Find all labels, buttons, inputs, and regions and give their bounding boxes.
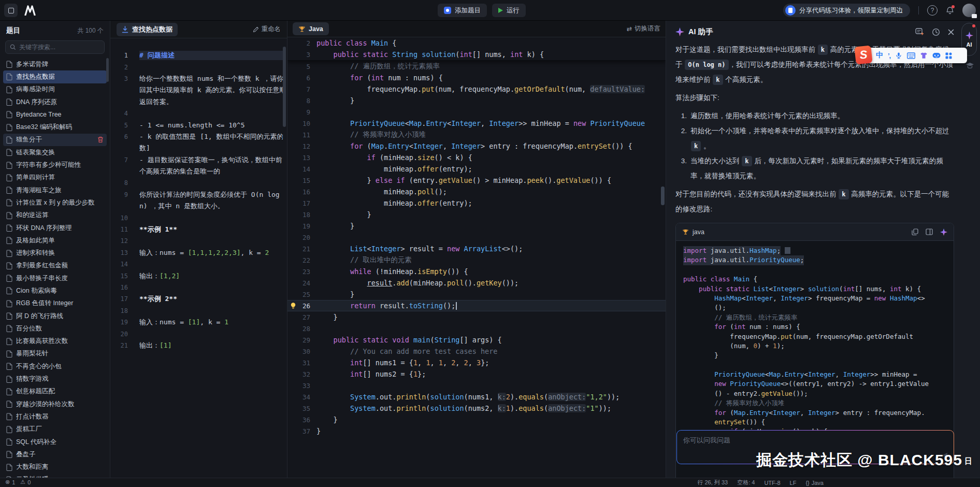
- inline-code-chip: k: [839, 189, 848, 199]
- errors-indicator[interactable]: ⊗1: [5, 479, 15, 485]
- description-line: 14: [110, 259, 287, 270]
- eol[interactable]: LF: [790, 480, 797, 486]
- cursor-position[interactable]: 行 26, 列 33: [697, 479, 728, 486]
- sidebar-scrollbar[interactable]: [106, 58, 109, 82]
- problem-list-item[interactable]: 穿越沙漠的补给次数: [3, 398, 107, 410]
- tab-java[interactable]: Java: [293, 22, 329, 35]
- problem-list-item[interactable]: 病毒感染时间: [3, 83, 107, 96]
- problem-list-item[interactable]: 查找热点数据: [3, 70, 107, 83]
- course-cap-icon[interactable]: [965, 62, 974, 69]
- inline-code-chip: k: [742, 156, 752, 166]
- apply-code-icon[interactable]: [940, 228, 947, 236]
- problem-list-item[interactable]: 环状 DNA 序列整理: [3, 222, 107, 234]
- problem-list-item[interactable]: SQL 代码补全: [3, 436, 107, 448]
- problem-list-item[interactable]: 和的逆运算: [3, 209, 107, 222]
- problem-list-item[interactable]: 猜数字游戏: [3, 373, 107, 385]
- code-line: 37}: [287, 425, 666, 437]
- emoji-game-icon[interactable]: [932, 52, 941, 59]
- description-line: 5- 1 <= nums.length <= 10^5: [110, 119, 287, 131]
- promo-banner-button[interactable]: 分享代码练习体验，领限量定制周边: [783, 4, 910, 17]
- code-line: 33: [287, 380, 666, 391]
- problem-list-item[interactable]: 计算位置 x 到 y 的最少步数: [3, 196, 107, 209]
- problem-list-item[interactable]: 多米诺骨牌: [3, 58, 107, 70]
- marscode-logo-icon[interactable]: [24, 5, 36, 16]
- description-line: 15输出：[1,2]: [110, 270, 287, 281]
- problem-list-item[interactable]: 蛋糕工厂: [3, 423, 107, 436]
- ai-code-line: frequencyMap.put(num, frequencyMap.getOr…: [683, 332, 946, 341]
- window-icon[interactable]: [4, 4, 18, 17]
- delete-problem-icon[interactable]: [97, 136, 104, 143]
- problem-list-item[interactable]: 百分位数: [3, 322, 107, 335]
- problem-list-item[interactable]: 叠盘子: [3, 448, 107, 461]
- close-icon[interactable]: [948, 29, 954, 35]
- problem-list-item[interactable]: RGB 色值转 Integer: [3, 297, 107, 310]
- problem-list-item[interactable]: 打点计数器: [3, 410, 107, 423]
- tab-java-label: Java: [309, 25, 323, 33]
- add-question-button[interactable]: 添加题目: [438, 4, 487, 17]
- description-editor[interactable]: 1# 问题描述2 3给你一个整数数组 nums 和一个整数 k ，请你返回其中出…: [110, 38, 287, 478]
- indent-setting[interactable]: 空格: 4: [737, 479, 755, 486]
- skin-icon[interactable]: [920, 52, 928, 59]
- editor-scrollbar[interactable]: [661, 187, 665, 205]
- search-box[interactable]: [5, 40, 105, 54]
- problem-list-item[interactable]: 拿到最多红包金额: [3, 260, 107, 272]
- code-editor[interactable]: 2public class Main {3 public static Stri…: [287, 37, 666, 478]
- problem-list-item[interactable]: 最小替换子串长度: [3, 272, 107, 284]
- description-line: 7- 题目数据保证答案唯一，换句话说，数组中前 k: [110, 154, 287, 166]
- problem-list-item[interactable]: 青海湖租车之旅: [3, 184, 107, 196]
- problem-list-item[interactable]: 暴雨梨花针: [3, 348, 107, 360]
- rename-button[interactable]: 重命名: [253, 25, 281, 34]
- problem-list-item[interactable]: 进制求和转换: [3, 247, 107, 259]
- keyboard-icon[interactable]: [907, 52, 915, 59]
- file-icon: [6, 136, 12, 144]
- ai-assistant-panel: AI 助手 对于这道题，我们需要找出数组中出现频率前 k 高的元素。由于题目要求…: [666, 21, 980, 478]
- new-chat-icon[interactable]: [915, 28, 924, 36]
- error-icon: ⊗: [5, 479, 10, 485]
- description-line: 回其中出现频率前 k 高的元素。你可以按任意顺序: [110, 84, 287, 96]
- ai-code-line: entrySet()) {: [683, 418, 946, 427]
- ime-language-icon[interactable]: 中: [876, 51, 883, 60]
- ai-code-line: // 遍历数组，统计元素频率: [683, 313, 946, 322]
- problem-list-item[interactable]: 不再贪心的小包: [3, 360, 107, 373]
- ai-code-line: ();: [683, 303, 946, 312]
- problem-title-button[interactable]: 查找热点数据: [117, 23, 178, 36]
- language-mode[interactable]: {}Java: [805, 480, 824, 486]
- history-icon[interactable]: [932, 28, 940, 36]
- insert-code-icon[interactable]: [926, 228, 933, 235]
- code-line: 30 // You can add more test cases here: [287, 346, 666, 357]
- problem-list-item[interactable]: DNA 序列还原: [3, 96, 107, 108]
- apps-grid-icon[interactable]: [945, 52, 952, 59]
- problem-list-item[interactable]: 字符串有多少种可能性: [3, 159, 107, 171]
- problem-list-item[interactable]: 比赛最高获胜次数: [3, 335, 107, 348]
- ai-code-line: public static List<Integer> solution(int…: [683, 284, 946, 294]
- problem-list-item[interactable]: 大数和距离: [3, 461, 107, 474]
- run-button[interactable]: 运行: [492, 4, 526, 17]
- problem-list-item[interactable]: 阿 D 的飞行路线: [3, 310, 107, 322]
- problem-list-item[interactable]: 二叉树供暖: [3, 474, 107, 478]
- avatar[interactable]: [962, 4, 976, 17]
- add-question-icon: [444, 7, 451, 14]
- switch-language-button[interactable]: ⇄ 切换语言: [627, 24, 660, 33]
- copy-icon[interactable]: [912, 228, 918, 236]
- code-line: 24 result.add(minHeap.poll().getKey());: [287, 277, 666, 289]
- warnings-indicator[interactable]: ⚠0: [20, 479, 31, 485]
- sogou-logo-icon[interactable]: S: [854, 45, 872, 64]
- file-icon: [6, 426, 12, 433]
- encoding[interactable]: UTF-8: [764, 480, 780, 486]
- problem-list-item[interactable]: 及格如此简单: [3, 234, 107, 247]
- ai-step: 3.当堆的大小达到 k 后，每次新加入元素时，如果新元素的频率大于堆顶元素的频率…: [675, 153, 954, 183]
- search-input[interactable]: [19, 44, 97, 51]
- description-scrollbar[interactable]: [283, 47, 286, 127]
- problem-list-item[interactable]: 猫鱼分干: [3, 134, 107, 146]
- problem-list-item[interactable]: Cion 勒索病毒: [3, 284, 107, 297]
- pencil-icon: [253, 26, 259, 33]
- notifications-button[interactable]: [946, 6, 954, 15]
- problem-list-item[interactable]: 链表聚集交换: [3, 146, 107, 159]
- help-icon[interactable]: ?: [927, 5, 938, 16]
- ime-punctuation-icon[interactable]: ’,: [888, 52, 890, 60]
- problem-list-item[interactable]: Base32 编码和解码: [3, 121, 107, 133]
- mic-icon[interactable]: [895, 52, 902, 60]
- problem-list-item[interactable]: 简单四则计算: [3, 171, 107, 184]
- problem-list-item[interactable]: Bytedance Tree: [3, 108, 107, 121]
- problem-list-item[interactable]: 创意标题匹配: [3, 385, 107, 398]
